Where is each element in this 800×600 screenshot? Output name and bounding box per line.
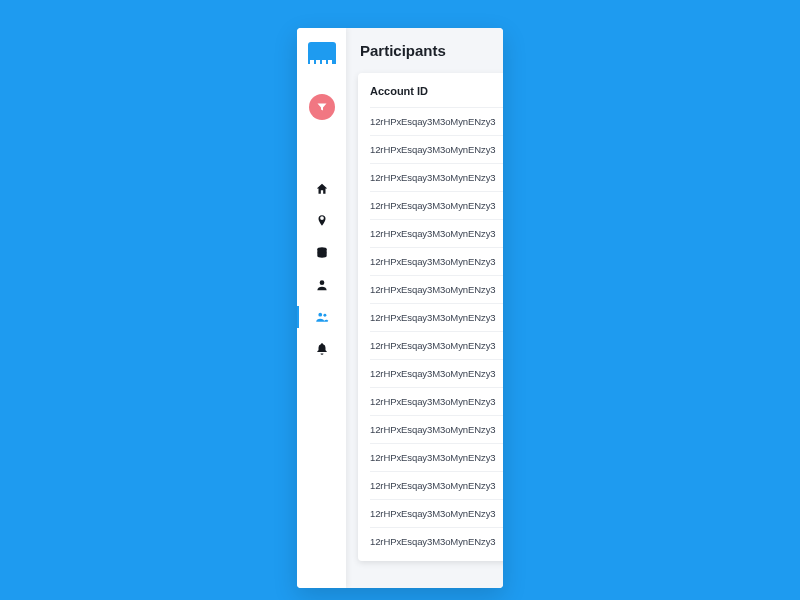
table-row[interactable]: 12rHPxEsqay3M3oMynENzy3 bbox=[370, 191, 503, 219]
filter-button[interactable] bbox=[309, 94, 335, 120]
table-row[interactable]: 12rHPxEsqay3M3oMynENzy3 bbox=[370, 527, 503, 555]
main-content: Participants Account ID 12rHPxEsqay3M3oM… bbox=[346, 28, 503, 588]
table-row[interactable]: 12rHPxEsqay3M3oMynENzy3 bbox=[370, 499, 503, 527]
app-window: Participants Account ID 12rHPxEsqay3M3oM… bbox=[297, 28, 503, 588]
table-row[interactable]: 12rHPxEsqay3M3oMynENzy3 bbox=[370, 303, 503, 331]
table-row[interactable]: 12rHPxEsqay3M3oMynENzy3 bbox=[370, 471, 503, 499]
table-row[interactable]: 12rHPxEsqay3M3oMynENzy3 bbox=[370, 443, 503, 471]
sidebar-item-user[interactable] bbox=[297, 276, 346, 294]
table-row[interactable]: 12rHPxEsqay3M3oMynENzy3 bbox=[370, 359, 503, 387]
sidebar bbox=[297, 28, 346, 588]
svg-point-3 bbox=[323, 314, 326, 317]
svg-point-1 bbox=[319, 280, 324, 285]
database-icon bbox=[315, 246, 329, 260]
table-row[interactable]: 12rHPxEsqay3M3oMynENzy3 bbox=[370, 163, 503, 191]
column-header-account-id: Account ID bbox=[370, 85, 503, 97]
table-row[interactable]: 12rHPxEsqay3M3oMynENzy3 bbox=[370, 107, 503, 135]
bell-icon bbox=[315, 342, 329, 356]
home-icon bbox=[315, 182, 329, 196]
table-row[interactable]: 12rHPxEsqay3M3oMynENzy3 bbox=[370, 387, 503, 415]
sidebar-item-notifications[interactable] bbox=[297, 340, 346, 358]
app-logo bbox=[308, 42, 336, 64]
sidebar-item-home[interactable] bbox=[297, 180, 346, 198]
location-pin-icon bbox=[315, 214, 329, 228]
table-row[interactable]: 12rHPxEsqay3M3oMynENzy3 bbox=[370, 415, 503, 443]
user-icon bbox=[315, 278, 329, 292]
table-row[interactable]: 12rHPxEsqay3M3oMynENzy3 bbox=[370, 275, 503, 303]
sidebar-item-database[interactable] bbox=[297, 244, 346, 262]
table-row[interactable]: 12rHPxEsqay3M3oMynENzy3 bbox=[370, 135, 503, 163]
filter-icon bbox=[316, 101, 328, 113]
sidebar-item-participants[interactable] bbox=[297, 308, 346, 326]
svg-point-2 bbox=[318, 313, 322, 317]
participants-table: Account ID 12rHPxEsqay3M3oMynENzy312rHPx… bbox=[358, 73, 503, 561]
users-group-icon bbox=[315, 310, 329, 324]
table-row[interactable]: 12rHPxEsqay3M3oMynENzy3 bbox=[370, 247, 503, 275]
sidebar-item-location[interactable] bbox=[297, 212, 346, 230]
sidebar-nav bbox=[297, 180, 346, 358]
page-title: Participants bbox=[358, 42, 503, 59]
table-row[interactable]: 12rHPxEsqay3M3oMynENzy3 bbox=[370, 219, 503, 247]
table-row[interactable]: 12rHPxEsqay3M3oMynENzy3 bbox=[370, 331, 503, 359]
